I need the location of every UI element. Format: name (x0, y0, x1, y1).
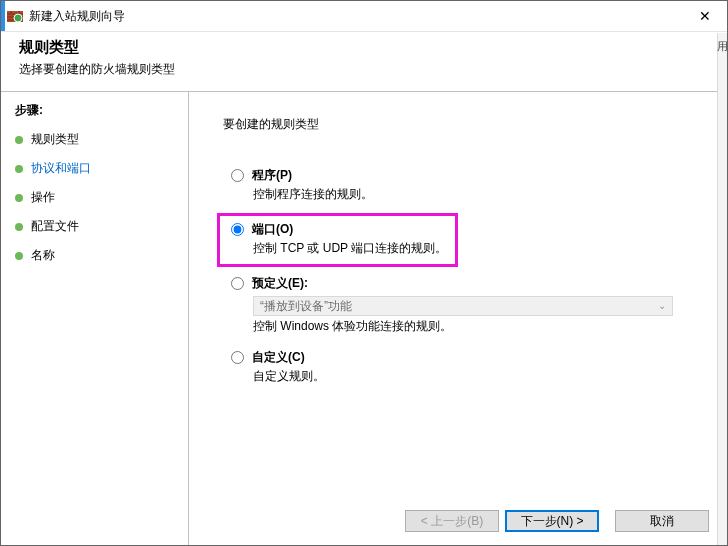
option-port: 端口(O) 控制 TCP 或 UDP 端口连接的规则。 (223, 217, 697, 261)
step-profile[interactable]: 配置文件 (15, 218, 178, 235)
steps-heading: 步骤: (15, 102, 178, 119)
peek-char: 用 (717, 39, 728, 546)
option-desc: 控制程序连接的规则。 (253, 186, 697, 203)
radio-port-input[interactable] (231, 223, 244, 236)
step-name[interactable]: 名称 (15, 247, 178, 264)
bullet-icon (15, 252, 23, 260)
option-custom: 自定义(C) 自定义规则。 (223, 349, 697, 385)
wizard-body: 步骤: 规则类型 协议和端口 操作 配置文件 名称 (1, 92, 727, 546)
titlebar: 新建入站规则向导 ✕ (1, 1, 727, 32)
step-label: 配置文件 (31, 218, 79, 235)
radio-custom[interactable]: 自定义(C) (231, 349, 697, 366)
step-protocol-port[interactable]: 协议和端口 (15, 160, 178, 177)
step-label: 规则类型 (31, 131, 79, 148)
bullet-icon (15, 223, 23, 231)
back-button[interactable]: < 上一步(B) (405, 510, 499, 532)
step-action[interactable]: 操作 (15, 189, 178, 206)
step-label: 协议和端口 (31, 160, 91, 177)
page-title: 规则类型 (19, 38, 711, 57)
option-title: 程序(P) (252, 167, 292, 184)
option-desc: 控制 TCP 或 UDP 端口连接的规则。 (253, 240, 697, 257)
wizard-header: 规则类型 选择要创建的防火墙规则类型 (1, 32, 727, 92)
radio-program-input[interactable] (231, 169, 244, 182)
wizard-content: 要创建的规则类型 程序(P) 控制程序连接的规则。 端口(O) 控制 TCP 或… (189, 92, 727, 546)
bullet-icon (15, 136, 23, 144)
close-button[interactable]: ✕ (682, 1, 727, 31)
next-button[interactable]: 下一步(N) > (505, 510, 599, 532)
chevron-down-icon: ⌄ (658, 300, 666, 311)
svg-point-7 (14, 14, 22, 22)
option-predefined: 预定义(E): “播放到设备”功能 ⌄ 控制 Windows 体验功能连接的规则… (223, 275, 697, 335)
wizard-footer: < 上一步(B) 下一步(N) > 取消 (405, 510, 709, 532)
close-icon: ✕ (699, 8, 711, 24)
firewall-icon (7, 8, 23, 24)
radio-port[interactable]: 端口(O) (231, 221, 697, 238)
bullet-icon (15, 194, 23, 202)
option-title: 端口(O) (252, 221, 293, 238)
radio-predefined-input[interactable] (231, 277, 244, 290)
option-desc: 控制 Windows 体验功能连接的规则。 (253, 318, 697, 335)
step-label: 操作 (31, 189, 55, 206)
predefined-select-value: “播放到设备”功能 (260, 298, 352, 315)
instruction-text: 要创建的规则类型 (223, 116, 697, 133)
steps-sidebar: 步骤: 规则类型 协议和端口 操作 配置文件 名称 (1, 92, 189, 546)
bullet-icon (15, 165, 23, 173)
option-title: 自定义(C) (252, 349, 305, 366)
radio-custom-input[interactable] (231, 351, 244, 364)
option-program: 程序(P) 控制程序连接的规则。 (223, 167, 697, 203)
option-desc: 自定义规则。 (253, 368, 697, 385)
step-label: 名称 (31, 247, 55, 264)
predefined-select[interactable]: “播放到设备”功能 ⌄ (253, 296, 673, 316)
radio-program[interactable]: 程序(P) (231, 167, 697, 184)
option-title: 预定义(E): (252, 275, 308, 292)
wizard-window: 新建入站规则向导 ✕ 规则类型 选择要创建的防火墙规则类型 步骤: 规则类型 协… (0, 0, 728, 546)
window-title: 新建入站规则向导 (29, 8, 125, 25)
page-subtitle: 选择要创建的防火墙规则类型 (19, 61, 711, 78)
background-window-peek: 用 (717, 33, 727, 546)
step-rule-type[interactable]: 规则类型 (15, 131, 178, 148)
cancel-button[interactable]: 取消 (615, 510, 709, 532)
radio-predefined[interactable]: 预定义(E): (231, 275, 697, 292)
